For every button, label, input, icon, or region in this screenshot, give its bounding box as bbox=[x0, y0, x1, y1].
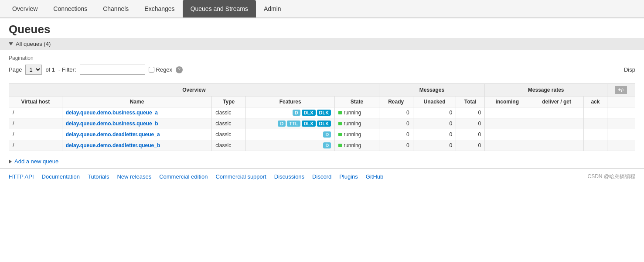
footer-http-api[interactable]: HTTP API bbox=[9, 173, 34, 180]
cell-ack bbox=[583, 140, 607, 151]
running-dot bbox=[338, 133, 342, 136]
cell-name[interactable]: delay.queue.demo.deadletter.queue_b bbox=[62, 140, 211, 151]
running-dot bbox=[338, 144, 342, 147]
cell-ready: 0 bbox=[379, 118, 413, 129]
cell-total: 0 bbox=[456, 129, 485, 140]
regex-checkbox[interactable] bbox=[149, 67, 154, 72]
cell-unacked: 0 bbox=[413, 129, 456, 140]
nav-channels[interactable]: Channels bbox=[95, 0, 136, 17]
feature-badge-ttl: TTL bbox=[287, 121, 300, 127]
cell-unacked: 0 bbox=[413, 118, 456, 129]
feature-badge-d: D bbox=[323, 142, 331, 148]
cell-type: classic bbox=[212, 129, 246, 140]
footer-new-releases[interactable]: New releases bbox=[117, 173, 151, 180]
cell-ready: 0 bbox=[379, 129, 413, 140]
cell-ack bbox=[583, 118, 607, 129]
cell-unacked: 0 bbox=[413, 107, 456, 118]
add-queue-section: Add a new queue bbox=[0, 155, 644, 168]
cell-state: running bbox=[335, 118, 379, 129]
col-extra bbox=[607, 97, 635, 107]
feature-badge-dlx: DLX bbox=[302, 121, 316, 127]
cell-name[interactable]: delay.queue.demo.business.queue_a bbox=[62, 107, 211, 118]
footer-tutorials[interactable]: Tutorials bbox=[88, 173, 109, 180]
footer-documentation[interactable]: Documentation bbox=[42, 173, 80, 180]
cell-name[interactable]: delay.queue.demo.business.queue_b bbox=[62, 118, 211, 129]
page-select[interactable]: 1 bbox=[25, 65, 42, 75]
footer-commercial-edition[interactable]: Commercial edition bbox=[159, 173, 208, 180]
cell-incoming bbox=[485, 129, 530, 140]
running-dot bbox=[338, 122, 342, 125]
queue-name-link[interactable]: delay.queue.demo.deadletter.queue_a bbox=[66, 131, 160, 138]
of-label: of 1 bbox=[45, 66, 55, 73]
page-title: Queues bbox=[0, 18, 644, 38]
cell-total: 0 bbox=[456, 140, 485, 151]
col-vhost: Virtual host bbox=[9, 97, 62, 107]
cell-unacked: 0 bbox=[413, 140, 456, 151]
cell-ready: 0 bbox=[379, 140, 413, 151]
table-container: Overview Messages Message rates +/- Virt… bbox=[0, 80, 644, 155]
add-queue-link[interactable]: Add a new queue bbox=[14, 158, 58, 165]
cell-features: DTTLDLXDLK bbox=[246, 118, 335, 129]
table-row[interactable]: /delay.queue.demo.business.queue_bclassi… bbox=[9, 118, 635, 129]
filter-label: - Filter: bbox=[58, 66, 76, 73]
cell-deliver_get bbox=[530, 140, 583, 151]
running-dot bbox=[338, 111, 342, 114]
cell-incoming bbox=[485, 118, 530, 129]
state-text: running bbox=[344, 142, 361, 148]
regex-label: Regex bbox=[149, 66, 173, 73]
footer-discussions[interactable]: Discussions bbox=[274, 173, 304, 180]
cell-extra bbox=[607, 140, 635, 151]
cell-features: D bbox=[246, 129, 335, 140]
col-unacked: Unacked bbox=[413, 97, 456, 107]
cell-deliver_get bbox=[530, 107, 583, 118]
cell-incoming bbox=[485, 140, 530, 151]
queue-name-link[interactable]: delay.queue.demo.deadletter.queue_b bbox=[66, 142, 160, 148]
table-row[interactable]: /delay.queue.demo.deadletter.queue_aclas… bbox=[9, 129, 635, 140]
nav-overview[interactable]: Overview bbox=[4, 0, 45, 17]
table-row[interactable]: /delay.queue.demo.business.queue_aclassi… bbox=[9, 107, 635, 118]
cell-vhost: / bbox=[9, 129, 62, 140]
cell-name[interactable]: delay.queue.demo.deadletter.queue_a bbox=[62, 129, 211, 140]
group-header-row: Overview Messages Message rates +/- bbox=[9, 84, 635, 97]
state-text: running bbox=[344, 110, 361, 116]
cell-vhost: / bbox=[9, 107, 62, 118]
filter-input[interactable] bbox=[80, 65, 145, 75]
footer-discord[interactable]: Discord bbox=[312, 173, 331, 180]
expand-icon bbox=[9, 159, 12, 164]
help-icon[interactable]: ? bbox=[176, 66, 183, 73]
nav-exchanges[interactable]: Exchanges bbox=[136, 0, 182, 17]
cell-features: D bbox=[246, 140, 335, 151]
cell-state: running bbox=[335, 129, 379, 140]
all-queues-bar[interactable]: All queues (4) bbox=[0, 38, 644, 50]
col-ready: Ready bbox=[379, 97, 413, 107]
pagination-section: Pagination Page 1 of 1 - Filter: Regex ?… bbox=[0, 50, 644, 80]
cell-vhost: / bbox=[9, 118, 62, 129]
col-type: Type bbox=[212, 97, 246, 107]
footer-github[interactable]: GitHub bbox=[366, 173, 383, 180]
state-text: running bbox=[344, 131, 361, 138]
nav-connections[interactable]: Connections bbox=[45, 0, 95, 17]
plus-minus-button[interactable]: +/- bbox=[615, 86, 627, 94]
table-row[interactable]: /delay.queue.demo.deadletter.queue_bclas… bbox=[9, 140, 635, 151]
feature-badge-d: D bbox=[278, 121, 286, 127]
queue-name-link[interactable]: delay.queue.demo.business.queue_b bbox=[66, 121, 158, 127]
col-total: Total bbox=[456, 97, 485, 107]
cell-extra bbox=[607, 107, 635, 118]
feature-badge-dlx: DLX bbox=[302, 110, 316, 116]
queue-name-link[interactable]: delay.queue.demo.business.queue_a bbox=[66, 110, 158, 116]
cell-ready: 0 bbox=[379, 107, 413, 118]
footer-commercial-support[interactable]: Commercial support bbox=[215, 173, 266, 180]
group-overview: Overview bbox=[9, 84, 379, 97]
feature-badge-d: D bbox=[293, 110, 300, 116]
col-state: State bbox=[335, 97, 379, 107]
state-text: running bbox=[344, 121, 361, 127]
cell-extra bbox=[607, 129, 635, 140]
cell-deliver_get bbox=[530, 118, 583, 129]
nav-admin[interactable]: Admin bbox=[256, 0, 289, 17]
cell-total: 0 bbox=[456, 107, 485, 118]
footer-plugins[interactable]: Plugins bbox=[339, 173, 358, 180]
feature-badge-dlk: DLK bbox=[317, 121, 331, 127]
plus-minus-btn-header[interactable]: +/- bbox=[607, 84, 635, 97]
nav-queues-streams[interactable]: Queues and Streams bbox=[183, 0, 256, 17]
cell-type: classic bbox=[212, 140, 246, 151]
